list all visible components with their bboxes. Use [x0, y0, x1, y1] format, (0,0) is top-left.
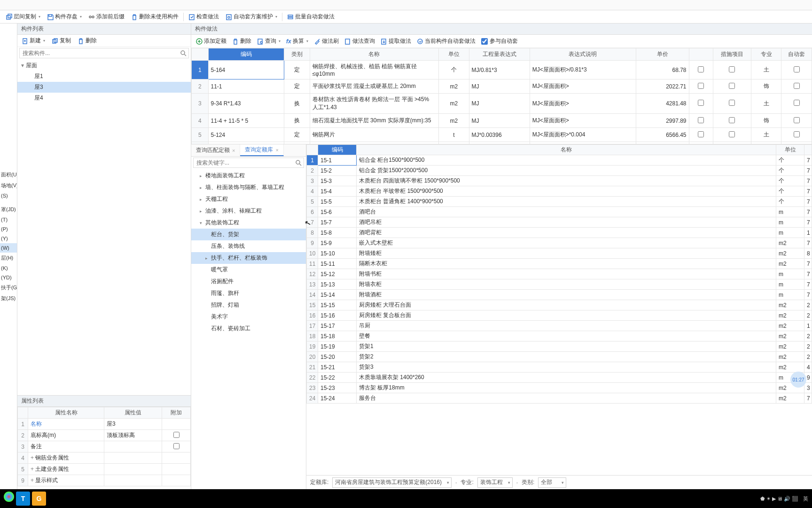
- category-tree-item[interactable]: ▸扶手、栏杆、栏板装饰: [191, 252, 306, 264]
- quota-result-row[interactable]: 1615-16厨房矮柜 复合板台面m22: [307, 310, 812, 321]
- quota-result-row[interactable]: 1215-12附墙书柜m7: [307, 269, 812, 279]
- method-row[interactable]: 15-164定钢筋焊接、机械连接、植筋 植筋 钢筋直径 ≤φ10mm个MJ/0.…: [192, 61, 812, 79]
- taskbar-app-3[interactable]: G: [32, 492, 46, 506]
- quota-result-row[interactable]: 615-6酒吧台m7: [307, 207, 812, 217]
- sidebar-category-item[interactable]: (K): [0, 263, 17, 273]
- method-row[interactable]: 411-4 + 11-5 * 5换细石混凝土地面找平层 30mm 实际厚度(mm…: [192, 114, 812, 128]
- property-row[interactable]: 4+ 钢筋业务属性: [18, 452, 191, 464]
- quota-result-row[interactable]: 1115-11隔断木衣柜m27: [307, 259, 812, 269]
- windows-taskbar[interactable]: T G ⬟ ✴ ▶ 🖥 🔊 ⬛ 英: [0, 489, 812, 508]
- category-tree-item[interactable]: 雨篷、旗杆: [191, 287, 306, 299]
- category-tree-item[interactable]: 石材、瓷砖加工: [191, 323, 306, 334]
- category-tree-item[interactable]: ▾其他装饰工程: [191, 217, 306, 229]
- method-row[interactable]: 211-1定平面砂浆找平层 混凝土或硬基层上 20mmm2MJMJ<屋面面积>2…: [192, 79, 812, 94]
- component-tree-item[interactable]: 屋1: [17, 71, 191, 82]
- close-icon[interactable]: ×: [232, 148, 235, 153]
- quota-result-table[interactable]: 编码名称单位 115-1铝合金 柜台1500*900*500个7215-2铝合金…: [306, 144, 812, 404]
- auto-maintain-button[interactable]: 自动套方案维护▾: [223, 11, 280, 22]
- specialty-select[interactable]: 装饰工程▾: [477, 477, 513, 488]
- quota-result-row[interactable]: 2015-20货架2m22: [307, 352, 812, 362]
- quota-result-row[interactable]: 1415-14附墙酒柜m7: [307, 290, 812, 300]
- tree-root[interactable]: ▾屋面: [17, 60, 191, 71]
- quota-result-row[interactable]: 315-3木质柜台 四面玻璃不带柜 1500*900*500个7: [307, 176, 812, 186]
- quota-result-row[interactable]: 1915-19货架1m22: [307, 341, 812, 352]
- method-row[interactable]: 39-34 R*1.43换卷材防水 改性沥青卷材 热熔法一层 平面 >45% 人…: [192, 94, 812, 114]
- sidebar-category-item[interactable]: (W): [0, 243, 17, 253]
- sidebar-category-item[interactable]: (S): [0, 191, 17, 200]
- lib-select[interactable]: 河南省房屋建筑与装饰工程预算定额(2016)▾: [332, 477, 452, 488]
- quota-result-row[interactable]: 1515-15厨房矮柜 大理石台面m22: [307, 300, 812, 310]
- component-search-input[interactable]: [19, 48, 189, 58]
- copy-floor-button[interactable]: 层间复制▾: [3, 11, 43, 22]
- delete-unused-button[interactable]: 删除未使用构件: [128, 11, 181, 22]
- sidebar-category-item[interactable]: (Y): [0, 234, 17, 243]
- quota-search-input[interactable]: [193, 158, 304, 168]
- ime-indicator[interactable]: 英: [803, 495, 808, 502]
- quota-result-row[interactable]: 1815-18壁餐m22: [307, 331, 812, 341]
- taskbar-app-2[interactable]: T: [16, 492, 30, 506]
- quota-result-row[interactable]: 1715-17吊厨m21: [307, 321, 812, 331]
- add-quota-button[interactable]: 添加定额: [193, 36, 229, 46]
- property-row[interactable]: 9+ 显示样式: [18, 475, 191, 486]
- tab-quota-lib[interactable]: 查询定额库×: [240, 144, 283, 156]
- delete-component-button[interactable]: 删除: [75, 36, 99, 46]
- sidebar-category-item[interactable]: (YD): [0, 273, 17, 282]
- category-tree-item[interactable]: 暖气罩: [191, 264, 306, 276]
- quota-result-row[interactable]: 2115-21货架3m24: [307, 362, 812, 373]
- sidebar-category-item[interactable]: 场地(V): [0, 180, 17, 191]
- sidebar-category-item[interactable]: 罩(JD): [0, 204, 17, 215]
- quota-result-row[interactable]: 115-1铝合金 柜台1500*900*500个7: [307, 155, 812, 166]
- quota-result-row[interactable]: 1315-13附墙衣柜m7: [307, 279, 812, 290]
- check-method-button[interactable]: 检查做法: [186, 11, 222, 22]
- category-tree-item[interactable]: 美术字: [191, 311, 306, 323]
- component-tree-item[interactable]: 屋3: [17, 82, 191, 93]
- method-row[interactable]: 55-124定钢筋网片tMJ*0.00396MJ<屋面面积>*0.0046566…: [192, 128, 812, 142]
- property-row[interactable]: 5+ 土建业务属性: [18, 464, 191, 475]
- method-query2-button[interactable]: 做法查询: [342, 36, 378, 46]
- sidebar-category-item[interactable]: (P): [0, 224, 17, 234]
- sidebar-category-item[interactable]: [0, 200, 17, 204]
- category-tree-item[interactable]: 浴厕配件: [191, 276, 306, 287]
- add-prefix-suffix-button[interactable]: 添加前后缀: [86, 11, 127, 22]
- new-component-button[interactable]: 新建▾: [19, 36, 47, 46]
- property-row[interactable]: 3备注: [18, 441, 191, 452]
- tray-icons[interactable]: ⬟ ✴ ▶ 🖥 🔊 ⬛: [760, 496, 798, 502]
- method-delete-button[interactable]: 删除: [229, 36, 254, 46]
- quota-result-row[interactable]: 2215-22木质靠墙展衣架 1400*260m9: [307, 373, 812, 383]
- category-tree-item[interactable]: 柜台、货架: [191, 229, 306, 240]
- type-select[interactable]: 全部▾: [538, 477, 566, 488]
- current-auto-button[interactable]: 当前构件自动套做法: [414, 36, 478, 46]
- component-tree-item[interactable]: 屋4: [17, 93, 191, 103]
- sidebar-category-item[interactable]: 扶手(G): [0, 282, 17, 293]
- category-tree-item[interactable]: 招牌、灯箱: [191, 299, 306, 311]
- extract-method-button[interactable]: 提取做法: [378, 36, 414, 46]
- taskbar-app-1[interactable]: [4, 492, 14, 502]
- quota-result-row[interactable]: 715-7酒吧吊柜m7: [307, 217, 812, 228]
- save-comp-button[interactable]: 构件存盘▾: [44, 11, 85, 22]
- quota-result-row[interactable]: 915-9嵌入式木壁柜m27: [307, 238, 812, 248]
- auto-participate-checkbox[interactable]: 参与自动套: [481, 37, 518, 45]
- sidebar-category-item[interactable]: 架(JS): [0, 293, 17, 304]
- category-tree-item[interactable]: 压条、装饰线: [191, 240, 306, 252]
- category-tree-item[interactable]: ▸墙、柱面装饰与隔断、幕墙工程: [191, 182, 306, 193]
- method-brush-button[interactable]: 做法刷: [311, 36, 342, 46]
- method-table[interactable]: 编码类别名称单位工程量表达式表达式说明单价措施项目专业自动套 15-164定钢筋…: [191, 48, 812, 144]
- quota-result-row[interactable]: 2415-24服务台m27: [307, 393, 812, 404]
- sidebar-category-item[interactable]: 面积(U): [0, 169, 17, 180]
- category-tree-item[interactable]: ▸楼地面装饰工程: [191, 170, 306, 182]
- quota-result-row[interactable]: 215-2铝合金 货架1500*2000*500个7: [307, 166, 812, 176]
- sidebar-category-item[interactable]: 层(H): [0, 253, 17, 263]
- tab-match-quota[interactable]: 查询匹配定额×: [191, 144, 240, 156]
- quota-result-row[interactable]: 815-8酒吧背柜m1: [307, 228, 812, 238]
- sidebar-category-item[interactable]: (T): [0, 215, 17, 224]
- category-tree-item[interactable]: ▸油漆、涂料、裱糊工程: [191, 205, 306, 217]
- copy-component-button[interactable]: 复制: [49, 36, 73, 46]
- quota-result-row[interactable]: 515-5木质柜台 普通角柜 1400*900*500个7: [307, 197, 812, 207]
- convert-button[interactable]: fx 换算▾: [283, 36, 311, 46]
- method-query-button[interactable]: 查询▾: [254, 36, 283, 46]
- quota-result-row[interactable]: 2315-23博古架 板厚18mmm23: [307, 383, 812, 393]
- batch-auto-button[interactable]: 批量自动套做法: [284, 11, 337, 22]
- close-icon[interactable]: ×: [275, 147, 278, 153]
- quota-result-row[interactable]: 1015-10附墙矮柜m28: [307, 248, 812, 259]
- quota-result-row[interactable]: 415-4木质柜台 半玻带柜 1500*900*500个7: [307, 186, 812, 197]
